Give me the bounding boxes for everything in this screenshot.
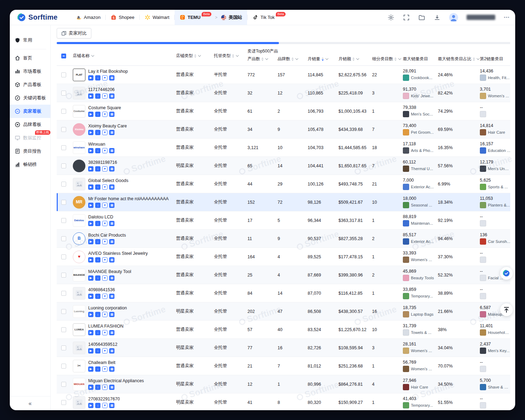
download-icon[interactable]: ↓ [95, 330, 100, 335]
user-avatar[interactable] [449, 13, 458, 22]
favorite-icon[interactable]: ♥ [102, 184, 107, 190]
media-icon[interactable]: ▶ [88, 166, 93, 172]
sort-icon[interactable] [261, 57, 264, 61]
column-header-1[interactable]: 店铺类型 [174, 53, 212, 59]
report-icon[interactable]: ▦ [109, 348, 114, 354]
report-icon[interactable]: ▦ [109, 130, 114, 135]
download-icon[interactable]: ↓ [95, 203, 100, 208]
sidebar-item-7[interactable]: 类目报告 [10, 145, 50, 158]
settings-icon[interactable] [387, 14, 394, 21]
media-icon[interactable]: ▶ [88, 385, 93, 390]
favorite-icon[interactable]: ♥ [102, 385, 107, 390]
media-icon[interactable]: ▶ [88, 184, 93, 190]
row-checkbox[interactable] [57, 91, 71, 96]
download-icon[interactable]: ↓ [95, 93, 100, 99]
filter-icon[interactable] [236, 54, 239, 57]
report-icon[interactable]: ▦ [109, 75, 114, 80]
row-checkbox[interactable] [57, 382, 71, 387]
column-header-5[interactable]: 月销量 [306, 56, 336, 65]
shop-name[interactable]: Lay it Flat Bookshop [88, 69, 128, 74]
folder-icon[interactable] [418, 14, 425, 21]
favorite-icon[interactable]: ♥ [102, 275, 107, 281]
shop-name[interactable]: Challeam Belt [88, 360, 115, 365]
shop-name[interactable]: Mr Foster home act the rolAAAAAAAAAA [88, 196, 169, 201]
download-icon[interactable]: ↓ [95, 130, 100, 135]
row-checkbox[interactable] [57, 254, 71, 259]
media-icon[interactable]: ▶ [88, 330, 93, 335]
row-checkbox[interactable] [57, 273, 71, 278]
sidebar-item-5[interactable]: 品牌看板 [10, 118, 50, 131]
media-icon[interactable]: ▶ [88, 239, 93, 244]
sort-icon[interactable] [473, 57, 475, 61]
row-checkbox[interactable] [57, 291, 71, 296]
row-checkbox[interactable] [57, 400, 71, 405]
row-checkbox[interactable] [57, 327, 71, 332]
row-checkbox[interactable] [57, 218, 71, 223]
table-row[interactable]: 40988641536▶↓♥▦ 普通卖家 全托管 84 14 87,070 $1… [57, 284, 510, 302]
favorite-icon[interactable]: ♥ [102, 148, 107, 153]
report-icon[interactable]: ▦ [109, 221, 114, 226]
report-icon[interactable]: ▦ [109, 112, 114, 117]
table-row[interactable]: ✂Challeam Belt▶↓♥▦ 普通卖家 全托管 21 7 81,012 … [57, 357, 510, 375]
filter-icon[interactable] [265, 57, 268, 60]
row-checkbox[interactable] [57, 236, 71, 241]
sidebar-item-3[interactable]: 关键词看板 [10, 91, 50, 105]
row-checkbox[interactable] [57, 200, 71, 205]
favorite-icon[interactable]: ♥ [102, 221, 107, 226]
sort-icon[interactable] [322, 57, 324, 61]
back-to-top-button[interactable] [500, 303, 513, 316]
favorite-icon[interactable]: ♥ [102, 366, 107, 372]
filter-icon[interactable] [91, 54, 94, 57]
sidebar-item-1[interactable]: 市场看板 [10, 65, 50, 78]
column-header-2[interactable]: 托管类型 [212, 53, 245, 59]
media-icon[interactable]: ▶ [88, 130, 93, 135]
download-icon[interactable]: ↓ [95, 221, 100, 226]
report-icon[interactable]: ▦ [109, 166, 114, 172]
sort-icon[interactable] [352, 57, 355, 61]
report-icon[interactable]: ▦ [109, 184, 114, 190]
download-icon[interactable]: ↓ [95, 312, 100, 317]
row-checkbox[interactable] [57, 145, 71, 150]
column-header-7[interactable]: 细分类目数 [370, 56, 401, 65]
favorite-icon[interactable]: ♥ [102, 330, 107, 335]
shop-name[interactable]: AIVEO Stainless Steel Jewelry [88, 251, 148, 256]
media-icon[interactable]: ▶ [88, 403, 93, 408]
download-icon[interactable]: ↓ [95, 75, 100, 80]
select-all-checkbox[interactable] [57, 54, 71, 58]
shop-name[interactable]: 140564359512 [88, 342, 117, 347]
favorite-icon[interactable]: ♥ [102, 112, 107, 117]
download-icon[interactable]: ↓ [95, 166, 100, 172]
platform-tab-walmart[interactable]: Walmart [140, 10, 174, 25]
table-row[interactable]: BBochi Car Products▶↓♥▦ 普通卖家 全托管 11 9 90… [57, 230, 510, 248]
column-header-3[interactable]: 产品数 [245, 56, 275, 65]
horizontal-scrollbar[interactable] [57, 42, 510, 44]
row-checkbox[interactable] [57, 109, 71, 114]
table-row[interactable]: DalotouDalotou LCD▶↓♥▦ 普通卖家 全托管 17 5 96,… [57, 211, 510, 230]
shop-name[interactable]: Miguan Electrical Appliances [88, 378, 144, 383]
table-row[interactable]: Global Select Goods▶↓♥▦ 普通卖家 全托管 44 29 1… [57, 175, 510, 193]
table-row[interactable]: ♥AIVEO Stainless Steel Jewelry▶↓♥▦ 普通卖家 … [57, 248, 510, 266]
shop-name[interactable]: 2708322917670 [88, 397, 120, 401]
shop-name[interactable]: Xioimy Beauty Care [88, 124, 127, 128]
media-icon[interactable]: ▶ [88, 148, 93, 153]
column-header-0[interactable]: 店铺名称 [71, 53, 174, 59]
row-checkbox[interactable] [57, 364, 71, 369]
sidebar-item-6[interactable]: 数据监控即将上线 [10, 131, 50, 145]
report-icon[interactable]: ▦ [109, 385, 114, 390]
row-checkbox[interactable] [57, 309, 71, 314]
column-header-6[interactable]: 月销额 [336, 56, 370, 65]
report-icon[interactable]: ▦ [109, 239, 114, 244]
download-icon[interactable]: ↓ [95, 348, 100, 354]
app-logo[interactable]: Sorftime [18, 13, 58, 22]
shop-name[interactable]: Luoning corporation [88, 306, 127, 310]
column-header-4[interactable]: 品牌数 [275, 56, 306, 65]
row-checkbox[interactable] [57, 182, 71, 187]
column-header-9[interactable]: 最大销售类目占比 [436, 56, 478, 65]
favorite-icon[interactable]: ♥ [102, 203, 107, 208]
column-header-8[interactable]: 最大销量类目 [401, 56, 436, 65]
favorite-icon[interactable]: ♥ [102, 403, 107, 408]
report-icon[interactable]: ▦ [109, 203, 114, 208]
filter-icon[interactable] [198, 54, 201, 57]
shop-name[interactable]: Global Select Goods [88, 178, 128, 183]
favorite-icon[interactable]: ♥ [102, 294, 107, 299]
